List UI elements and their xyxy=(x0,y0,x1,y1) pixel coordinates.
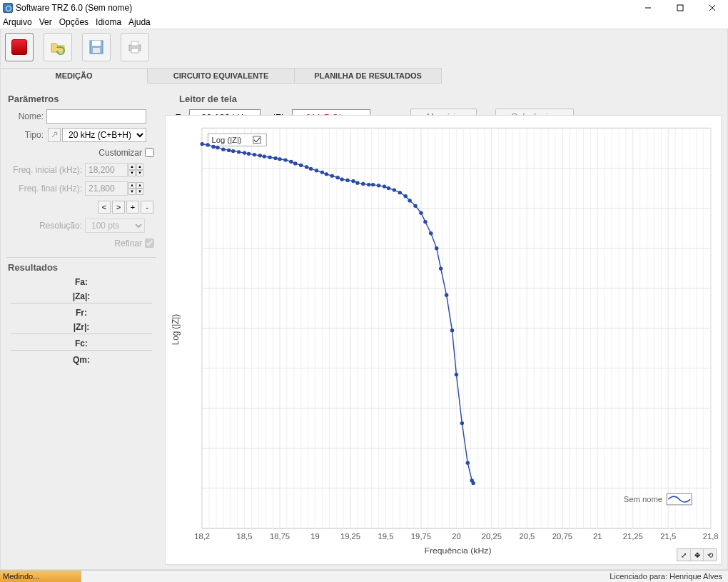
chart-tool-reset-icon[interactable]: ⟲ xyxy=(703,549,716,561)
menu-bar: Arquivo Ver Opções Idioma Ajuda xyxy=(0,16,728,29)
svg-point-167 xyxy=(404,195,407,198)
reader-title: Leitor de tela xyxy=(179,94,722,104)
svg-point-137 xyxy=(247,152,250,155)
svg-point-138 xyxy=(253,154,256,156)
range-gt-button[interactable]: > xyxy=(112,201,125,214)
toolbar xyxy=(1,29,727,65)
print-button[interactable] xyxy=(121,33,149,61)
result-qm-label: Qm: xyxy=(6,355,156,365)
svg-point-161 xyxy=(372,184,375,186)
chart-legend-label: Sem nome xyxy=(624,495,662,503)
work-area: MEDIÇÃO CIRCUITO EQUIVALENTE PLANILHA DE… xyxy=(0,29,728,570)
svg-point-160 xyxy=(368,184,370,186)
freq-inicial-input xyxy=(85,163,128,177)
menu-opcoes[interactable]: Opções xyxy=(59,17,89,27)
svg-text:20,75: 20,75 xyxy=(552,533,572,541)
svg-point-163 xyxy=(383,185,385,188)
svg-point-175 xyxy=(445,293,448,296)
nome-input[interactable] xyxy=(46,109,146,124)
customizar-label: Customizar xyxy=(98,148,142,158)
svg-rect-5 xyxy=(92,41,101,46)
chart-ylabel: Log (|Z|) xyxy=(171,314,181,345)
chart-tool-zoom-icon[interactable]: ⤢ xyxy=(677,549,690,561)
parameters-title: Parâmetros xyxy=(8,94,156,104)
tab-circuito[interactable]: CIRCUITO EQUIVALENTE xyxy=(148,68,295,84)
svg-rect-6 xyxy=(93,48,100,53)
result-fc-label: Fc: xyxy=(6,338,156,348)
svg-point-170 xyxy=(420,211,423,214)
window-title: Software TRZ 6.0 (Sem nome) xyxy=(16,3,632,13)
svg-point-152 xyxy=(325,173,328,176)
resolucao-select: 100 pts xyxy=(85,219,145,233)
menu-arquivo[interactable]: Arquivo xyxy=(3,17,32,27)
close-button[interactable] xyxy=(696,0,728,16)
svg-point-131 xyxy=(216,146,219,149)
chart-toolbar: ⤢ ✥ ⟲ xyxy=(677,548,717,561)
svg-text:19,25: 19,25 xyxy=(340,533,360,541)
freq-final-spinner2: ▲▼ xyxy=(136,182,143,195)
freq-inicial-label: Freq. inicial (kHz): xyxy=(6,165,85,175)
svg-point-181 xyxy=(472,482,475,485)
svg-rect-9 xyxy=(131,49,138,53)
status-measuring: Medindo... xyxy=(0,571,81,583)
svg-point-156 xyxy=(346,179,349,181)
range-lt-button[interactable]: < xyxy=(98,201,111,214)
stop-button[interactable] xyxy=(5,33,34,61)
tab-planilha[interactable]: PLANILHA DE RESULTADOS xyxy=(295,68,442,84)
range-minus-button[interactable]: - xyxy=(141,201,153,214)
refinar-checkbox xyxy=(145,239,154,248)
svg-point-176 xyxy=(450,329,453,332)
svg-point-179 xyxy=(466,461,469,464)
tipo-lock-button[interactable] xyxy=(48,128,61,142)
chart-xlabel: Frequência (kHz) xyxy=(424,546,491,556)
tab-medicao[interactable]: MEDIÇÃO xyxy=(1,68,148,84)
save-button[interactable] xyxy=(82,33,111,61)
maximize-button[interactable] xyxy=(664,0,696,16)
svg-point-151 xyxy=(320,171,323,174)
status-bar: Medindo... Licenciado para: Henrique Alv… xyxy=(0,570,728,582)
parameters-panel: Parâmetros Nome: Tipo: 20 kHz (C+B+H) Cu… xyxy=(6,94,156,258)
menu-ajuda[interactable]: Ajuda xyxy=(128,17,151,27)
svg-point-141 xyxy=(268,156,271,159)
customizar-checkbox[interactable] xyxy=(145,148,154,157)
resolucao-label: Resolução: xyxy=(6,221,85,231)
printer-icon xyxy=(126,39,143,56)
range-plus-button[interactable]: + xyxy=(126,201,139,214)
app-icon xyxy=(3,3,13,13)
svg-point-174 xyxy=(440,267,443,270)
svg-point-149 xyxy=(310,167,313,170)
open-button[interactable] xyxy=(44,33,72,61)
svg-point-162 xyxy=(378,184,380,187)
svg-point-140 xyxy=(263,155,266,158)
chart-area[interactable]: 18,218,518,751919,2519,519,752020,2520,5… xyxy=(165,115,722,565)
tipo-select[interactable]: 20 kHz (C+B+H) xyxy=(62,128,146,142)
svg-point-173 xyxy=(435,247,438,250)
svg-point-133 xyxy=(228,149,231,151)
svg-point-144 xyxy=(284,159,287,161)
svg-point-153 xyxy=(330,174,333,177)
svg-point-164 xyxy=(387,187,390,190)
menu-idioma[interactable]: Idioma xyxy=(96,17,121,27)
svg-point-171 xyxy=(424,221,427,224)
minimize-button[interactable] xyxy=(632,0,664,16)
svg-point-135 xyxy=(238,151,241,154)
status-license: Licenciado para: Henrique Alves xyxy=(610,572,728,581)
chart-svg: 18,218,518,751919,2519,519,752020,2520,5… xyxy=(166,116,721,564)
svg-text:18,2: 18,2 xyxy=(194,533,210,541)
svg-point-129 xyxy=(206,144,209,146)
tool-icon xyxy=(51,131,58,139)
svg-point-157 xyxy=(352,180,355,183)
svg-point-150 xyxy=(315,169,318,172)
chart-tool-pan-icon[interactable]: ✥ xyxy=(690,549,703,561)
menu-ver[interactable]: Ver xyxy=(39,17,52,27)
nome-label: Nome: xyxy=(6,111,46,121)
svg-point-146 xyxy=(294,162,297,165)
svg-text:21,5: 21,5 xyxy=(660,533,676,541)
svg-point-145 xyxy=(290,161,293,164)
tab-bar: MEDIÇÃO CIRCUITO EQUIVALENTE PLANILHA DE… xyxy=(1,68,727,84)
svg-point-134 xyxy=(232,150,235,153)
svg-text:21,25: 21,25 xyxy=(623,533,643,541)
svg-point-158 xyxy=(356,181,359,184)
freq-final-spinner: ▲▼ xyxy=(128,182,136,195)
floppy-icon xyxy=(88,39,105,56)
